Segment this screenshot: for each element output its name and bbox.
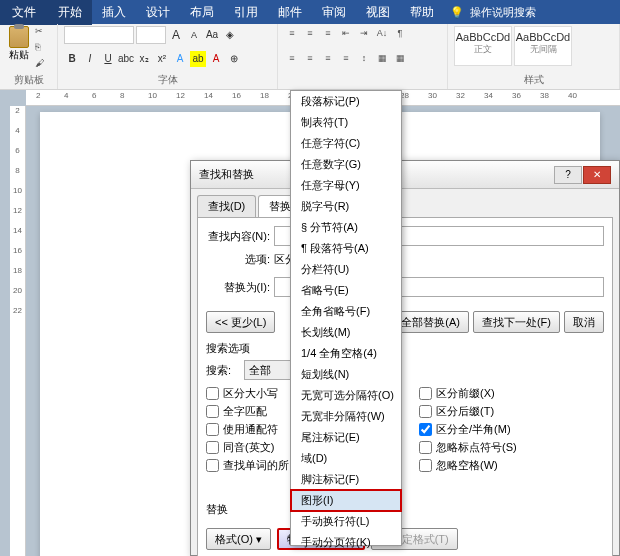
tab-help[interactable]: 帮助 xyxy=(400,0,444,25)
close-button[interactable]: ✕ xyxy=(583,166,611,184)
special-menu-item[interactable]: 制表符(T) xyxy=(291,112,401,133)
style-nospacing[interactable]: AaBbCcDd 无间隔 xyxy=(514,26,572,66)
special-menu-item[interactable]: 脱字号(R) xyxy=(291,196,401,217)
underline-button[interactable]: U xyxy=(100,51,116,67)
chk-ignore-punct[interactable] xyxy=(419,441,432,454)
shading-icon[interactable]: ▦ xyxy=(374,51,390,65)
tab-mailings[interactable]: 邮件 xyxy=(268,0,312,25)
ribbon-tabs: 文件 开始 插入 设计 布局 引用 邮件 审阅 视图 帮助 💡 操作说明搜索 xyxy=(0,0,620,24)
special-menu-item[interactable]: 域(D) xyxy=(291,448,401,469)
chk-suffix[interactable] xyxy=(419,405,432,418)
dialog-body: 查找内容(N): 选项: 区分 替换为(I): << 更少(L) 替换(R) 全… xyxy=(197,217,613,556)
chk-wildcard-label: 使用通配符 xyxy=(223,422,278,437)
dialog-titlebar[interactable]: 查找和替换 ? ✕ xyxy=(191,161,619,189)
font-family-select[interactable] xyxy=(64,26,134,44)
special-menu-item[interactable]: 尾注标记(E) xyxy=(291,427,401,448)
strikethrough-button[interactable]: abc xyxy=(118,51,134,67)
special-menu-item[interactable]: 全角省略号(F) xyxy=(291,301,401,322)
superscript-button[interactable]: x² xyxy=(154,51,170,67)
bold-button[interactable]: B xyxy=(64,51,80,67)
copy-icon[interactable]: ⎘ xyxy=(35,42,51,56)
special-menu-item[interactable]: 省略号(E) xyxy=(291,280,401,301)
tab-home[interactable]: 开始 xyxy=(48,0,92,25)
cancel-button[interactable]: 取消 xyxy=(564,311,604,333)
special-menu-item[interactable]: 1/4 全角空格(4) xyxy=(291,343,401,364)
multilevel-icon[interactable]: ≡ xyxy=(320,26,336,40)
borders-icon[interactable]: ▦ xyxy=(392,51,408,65)
grow-font-icon[interactable]: A xyxy=(168,27,184,43)
decrease-indent-icon[interactable]: ⇤ xyxy=(338,26,354,40)
ribbon-content: 粘贴 ✂ ⎘ 🖌 剪贴板 A A Aa ◈ B I U abc x₂ x² A xyxy=(0,24,620,90)
highlight-icon[interactable]: ab xyxy=(190,51,206,67)
number-list-icon[interactable]: ≡ xyxy=(302,26,318,40)
special-menu-item[interactable]: 手动分页符(K) xyxy=(291,532,401,553)
clear-format-icon[interactable]: ◈ xyxy=(222,27,238,43)
increase-indent-icon[interactable]: ⇥ xyxy=(356,26,372,40)
special-menu-item[interactable]: 脚注标记(F) xyxy=(291,469,401,490)
dialog-title: 查找和替换 xyxy=(199,167,254,182)
vertical-ruler[interactable]: 246810121416182022 xyxy=(10,106,26,556)
cut-icon[interactable]: ✂ xyxy=(35,26,51,40)
chk-ignore-space[interactable] xyxy=(419,459,432,472)
format-button[interactable]: 格式(O) ▾ xyxy=(206,528,271,550)
chk-whole-word[interactable] xyxy=(206,405,219,418)
show-marks-icon[interactable]: ¶ xyxy=(392,26,408,40)
format-painter-icon[interactable]: 🖌 xyxy=(35,58,51,72)
special-menu-item[interactable]: ¶ 段落符号(A) xyxy=(291,238,401,259)
help-button[interactable]: ? xyxy=(554,166,582,184)
chk-prefix-label: 区分前缀(X) xyxy=(436,386,495,401)
chk-sounds-like[interactable] xyxy=(206,441,219,454)
special-menu-item[interactable]: 手动换行符(L) xyxy=(291,511,401,532)
tab-insert[interactable]: 插入 xyxy=(92,0,136,25)
special-menu-item[interactable]: 任意字符(C) xyxy=(291,133,401,154)
special-menu-item[interactable]: 分栏符(U) xyxy=(291,259,401,280)
shrink-font-icon[interactable]: A xyxy=(186,27,202,43)
chk-match-case[interactable] xyxy=(206,387,219,400)
paste-label: 粘贴 xyxy=(9,48,29,62)
special-menu-item[interactable]: 任意字母(Y) xyxy=(291,175,401,196)
chk-halfwidth[interactable] xyxy=(419,423,432,436)
justify-icon[interactable]: ≡ xyxy=(338,51,354,65)
subscript-button[interactable]: x₂ xyxy=(136,51,152,67)
tab-layout[interactable]: 布局 xyxy=(180,0,224,25)
phonetic-icon[interactable]: ⊕ xyxy=(226,51,242,67)
special-menu-item[interactable]: 短划线(N) xyxy=(291,364,401,385)
line-spacing-icon[interactable]: ↕ xyxy=(356,51,372,65)
align-right-icon[interactable]: ≡ xyxy=(320,51,336,65)
tab-file[interactable]: 文件 xyxy=(0,0,48,25)
sort-icon[interactable]: A↓ xyxy=(374,26,390,40)
clipboard-label: 剪贴板 xyxy=(6,73,51,87)
paste-button[interactable]: 粘贴 xyxy=(6,26,31,62)
less-button[interactable]: << 更少(L) xyxy=(206,311,275,333)
replace-all-button[interactable]: 全部替换(A) xyxy=(392,311,469,333)
special-menu-item[interactable]: 任意数字(G) xyxy=(291,154,401,175)
tab-view[interactable]: 视图 xyxy=(356,0,400,25)
special-menu-item[interactable]: 图形(I) xyxy=(291,490,401,511)
change-case-icon[interactable]: Aa xyxy=(204,27,220,43)
special-menu-item[interactable]: 长划线(M) xyxy=(291,322,401,343)
chk-whole-label: 全字匹配 xyxy=(223,404,267,419)
special-menu-item[interactable]: § 分节符(A) xyxy=(291,217,401,238)
special-menu-item[interactable]: 无宽非分隔符(W) xyxy=(291,406,401,427)
find-next-button[interactable]: 查找下一处(F) xyxy=(473,311,560,333)
chk-wildcards[interactable] xyxy=(206,423,219,436)
style-normal[interactable]: AaBbCcDd 正文 xyxy=(454,26,512,66)
bullet-list-icon[interactable]: ≡ xyxy=(284,26,300,40)
special-menu-item[interactable]: 段落标记(P) xyxy=(291,91,401,112)
tab-design[interactable]: 设计 xyxy=(136,0,180,25)
italic-button[interactable]: I xyxy=(82,51,98,67)
tab-find[interactable]: 查找(D) xyxy=(197,195,256,217)
font-color-icon[interactable]: A xyxy=(208,51,224,67)
tab-review[interactable]: 审阅 xyxy=(312,0,356,25)
tab-references[interactable]: 引用 xyxy=(224,0,268,25)
text-effects-icon[interactable]: A xyxy=(172,51,188,67)
special-menu-item[interactable]: 无宽可选分隔符(O) xyxy=(291,385,401,406)
chk-word-forms[interactable] xyxy=(206,459,219,472)
font-size-select[interactable] xyxy=(136,26,166,44)
align-center-icon[interactable]: ≡ xyxy=(302,51,318,65)
chk-prefix[interactable] xyxy=(419,387,432,400)
tell-me-search[interactable]: 操作说明搜索 xyxy=(470,5,536,20)
align-left-icon[interactable]: ≡ xyxy=(284,51,300,65)
style-preview: AaBbCcDd xyxy=(515,31,571,43)
replace-section-title: 替换 xyxy=(206,502,604,517)
